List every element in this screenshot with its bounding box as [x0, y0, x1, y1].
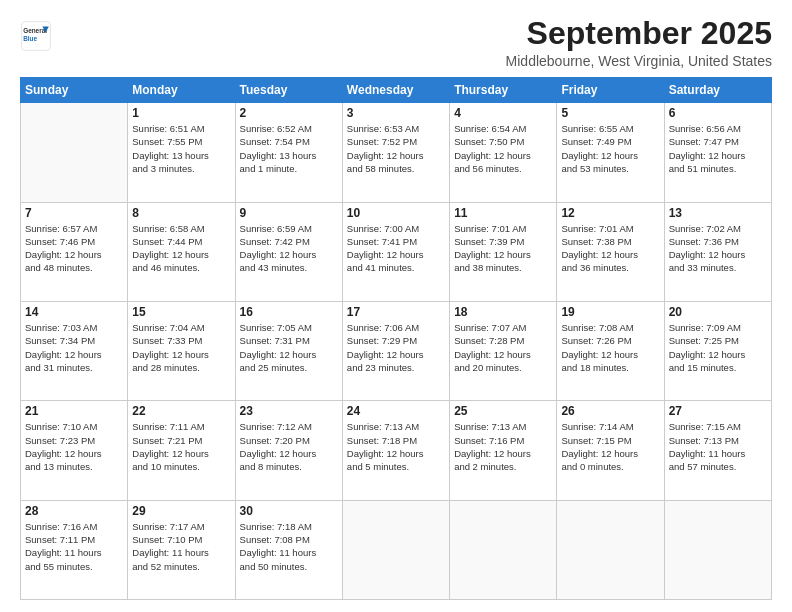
day-number: 16 — [240, 305, 338, 319]
day-info: Sunrise: 6:57 AMSunset: 7:46 PMDaylight:… — [25, 222, 123, 275]
day-info: Sunrise: 7:06 AMSunset: 7:29 PMDaylight:… — [347, 321, 445, 374]
week-row-4: 28Sunrise: 7:16 AMSunset: 7:11 PMDayligh… — [21, 500, 772, 599]
calendar-cell: 3Sunrise: 6:53 AMSunset: 7:52 PMDaylight… — [342, 103, 449, 202]
day-number: 12 — [561, 206, 659, 220]
day-info: Sunrise: 6:52 AMSunset: 7:54 PMDaylight:… — [240, 122, 338, 175]
day-info: Sunrise: 7:14 AMSunset: 7:15 PMDaylight:… — [561, 420, 659, 473]
day-info: Sunrise: 7:00 AMSunset: 7:41 PMDaylight:… — [347, 222, 445, 275]
title-block: September 2025 Middlebourne, West Virgin… — [506, 16, 772, 69]
page: General Blue September 2025 Middlebourne… — [0, 0, 792, 612]
day-info: Sunrise: 6:51 AMSunset: 7:55 PMDaylight:… — [132, 122, 230, 175]
day-number: 24 — [347, 404, 445, 418]
calendar-cell: 24Sunrise: 7:13 AMSunset: 7:18 PMDayligh… — [342, 401, 449, 500]
calendar-cell: 9Sunrise: 6:59 AMSunset: 7:42 PMDaylight… — [235, 202, 342, 301]
calendar-cell: 10Sunrise: 7:00 AMSunset: 7:41 PMDayligh… — [342, 202, 449, 301]
calendar-cell — [21, 103, 128, 202]
day-number: 20 — [669, 305, 767, 319]
day-info: Sunrise: 7:04 AMSunset: 7:33 PMDaylight:… — [132, 321, 230, 374]
week-row-2: 14Sunrise: 7:03 AMSunset: 7:34 PMDayligh… — [21, 301, 772, 400]
calendar-cell: 27Sunrise: 7:15 AMSunset: 7:13 PMDayligh… — [664, 401, 771, 500]
header-monday: Monday — [128, 78, 235, 103]
calendar-cell: 21Sunrise: 7:10 AMSunset: 7:23 PMDayligh… — [21, 401, 128, 500]
day-number: 14 — [25, 305, 123, 319]
day-number: 5 — [561, 106, 659, 120]
calendar-table: Sunday Monday Tuesday Wednesday Thursday… — [20, 77, 772, 600]
day-number: 17 — [347, 305, 445, 319]
calendar-cell: 15Sunrise: 7:04 AMSunset: 7:33 PMDayligh… — [128, 301, 235, 400]
day-info: Sunrise: 6:55 AMSunset: 7:49 PMDaylight:… — [561, 122, 659, 175]
location: Middlebourne, West Virginia, United Stat… — [506, 53, 772, 69]
calendar-cell: 19Sunrise: 7:08 AMSunset: 7:26 PMDayligh… — [557, 301, 664, 400]
header-friday: Friday — [557, 78, 664, 103]
day-info: Sunrise: 6:56 AMSunset: 7:47 PMDaylight:… — [669, 122, 767, 175]
day-info: Sunrise: 7:11 AMSunset: 7:21 PMDaylight:… — [132, 420, 230, 473]
day-info: Sunrise: 7:07 AMSunset: 7:28 PMDaylight:… — [454, 321, 552, 374]
day-info: Sunrise: 7:08 AMSunset: 7:26 PMDaylight:… — [561, 321, 659, 374]
day-info: Sunrise: 7:01 AMSunset: 7:38 PMDaylight:… — [561, 222, 659, 275]
day-info: Sunrise: 7:12 AMSunset: 7:20 PMDaylight:… — [240, 420, 338, 473]
header: General Blue September 2025 Middlebourne… — [20, 16, 772, 69]
day-info: Sunrise: 7:17 AMSunset: 7:10 PMDaylight:… — [132, 520, 230, 573]
day-number: 2 — [240, 106, 338, 120]
calendar-cell — [557, 500, 664, 599]
day-number: 13 — [669, 206, 767, 220]
day-info: Sunrise: 7:09 AMSunset: 7:25 PMDaylight:… — [669, 321, 767, 374]
day-number: 15 — [132, 305, 230, 319]
calendar-cell: 20Sunrise: 7:09 AMSunset: 7:25 PMDayligh… — [664, 301, 771, 400]
calendar-cell: 14Sunrise: 7:03 AMSunset: 7:34 PMDayligh… — [21, 301, 128, 400]
day-number: 19 — [561, 305, 659, 319]
day-info: Sunrise: 6:58 AMSunset: 7:44 PMDaylight:… — [132, 222, 230, 275]
week-row-3: 21Sunrise: 7:10 AMSunset: 7:23 PMDayligh… — [21, 401, 772, 500]
calendar-cell: 17Sunrise: 7:06 AMSunset: 7:29 PMDayligh… — [342, 301, 449, 400]
week-row-1: 7Sunrise: 6:57 AMSunset: 7:46 PMDaylight… — [21, 202, 772, 301]
calendar-cell: 8Sunrise: 6:58 AMSunset: 7:44 PMDaylight… — [128, 202, 235, 301]
calendar-cell: 22Sunrise: 7:11 AMSunset: 7:21 PMDayligh… — [128, 401, 235, 500]
calendar-cell: 28Sunrise: 7:16 AMSunset: 7:11 PMDayligh… — [21, 500, 128, 599]
day-number: 10 — [347, 206, 445, 220]
calendar-cell: 5Sunrise: 6:55 AMSunset: 7:49 PMDaylight… — [557, 103, 664, 202]
day-info: Sunrise: 7:13 AMSunset: 7:18 PMDaylight:… — [347, 420, 445, 473]
logo-icon: General Blue — [20, 20, 52, 52]
calendar-cell: 12Sunrise: 7:01 AMSunset: 7:38 PMDayligh… — [557, 202, 664, 301]
calendar-cell: 4Sunrise: 6:54 AMSunset: 7:50 PMDaylight… — [450, 103, 557, 202]
weekday-header-row: Sunday Monday Tuesday Wednesday Thursday… — [21, 78, 772, 103]
month-title: September 2025 — [506, 16, 772, 51]
calendar-cell: 30Sunrise: 7:18 AMSunset: 7:08 PMDayligh… — [235, 500, 342, 599]
day-info: Sunrise: 7:15 AMSunset: 7:13 PMDaylight:… — [669, 420, 767, 473]
header-sunday: Sunday — [21, 78, 128, 103]
day-number: 28 — [25, 504, 123, 518]
calendar-cell: 23Sunrise: 7:12 AMSunset: 7:20 PMDayligh… — [235, 401, 342, 500]
header-tuesday: Tuesday — [235, 78, 342, 103]
week-row-0: 1Sunrise: 6:51 AMSunset: 7:55 PMDaylight… — [21, 103, 772, 202]
day-info: Sunrise: 6:59 AMSunset: 7:42 PMDaylight:… — [240, 222, 338, 275]
day-number: 22 — [132, 404, 230, 418]
calendar-cell: 26Sunrise: 7:14 AMSunset: 7:15 PMDayligh… — [557, 401, 664, 500]
day-info: Sunrise: 6:54 AMSunset: 7:50 PMDaylight:… — [454, 122, 552, 175]
day-number: 8 — [132, 206, 230, 220]
day-number: 21 — [25, 404, 123, 418]
calendar-cell — [450, 500, 557, 599]
day-number: 18 — [454, 305, 552, 319]
day-number: 23 — [240, 404, 338, 418]
calendar-cell — [342, 500, 449, 599]
day-number: 11 — [454, 206, 552, 220]
day-number: 27 — [669, 404, 767, 418]
day-info: Sunrise: 7:13 AMSunset: 7:16 PMDaylight:… — [454, 420, 552, 473]
svg-text:Blue: Blue — [23, 35, 37, 42]
day-number: 9 — [240, 206, 338, 220]
day-info: Sunrise: 7:05 AMSunset: 7:31 PMDaylight:… — [240, 321, 338, 374]
header-wednesday: Wednesday — [342, 78, 449, 103]
calendar-cell — [664, 500, 771, 599]
calendar-cell: 6Sunrise: 6:56 AMSunset: 7:47 PMDaylight… — [664, 103, 771, 202]
day-info: Sunrise: 7:18 AMSunset: 7:08 PMDaylight:… — [240, 520, 338, 573]
day-number: 25 — [454, 404, 552, 418]
day-number: 7 — [25, 206, 123, 220]
calendar-cell: 29Sunrise: 7:17 AMSunset: 7:10 PMDayligh… — [128, 500, 235, 599]
day-number: 29 — [132, 504, 230, 518]
calendar-cell: 11Sunrise: 7:01 AMSunset: 7:39 PMDayligh… — [450, 202, 557, 301]
calendar-cell: 13Sunrise: 7:02 AMSunset: 7:36 PMDayligh… — [664, 202, 771, 301]
day-number: 4 — [454, 106, 552, 120]
day-number: 26 — [561, 404, 659, 418]
calendar-cell: 2Sunrise: 6:52 AMSunset: 7:54 PMDaylight… — [235, 103, 342, 202]
calendar-cell: 25Sunrise: 7:13 AMSunset: 7:16 PMDayligh… — [450, 401, 557, 500]
